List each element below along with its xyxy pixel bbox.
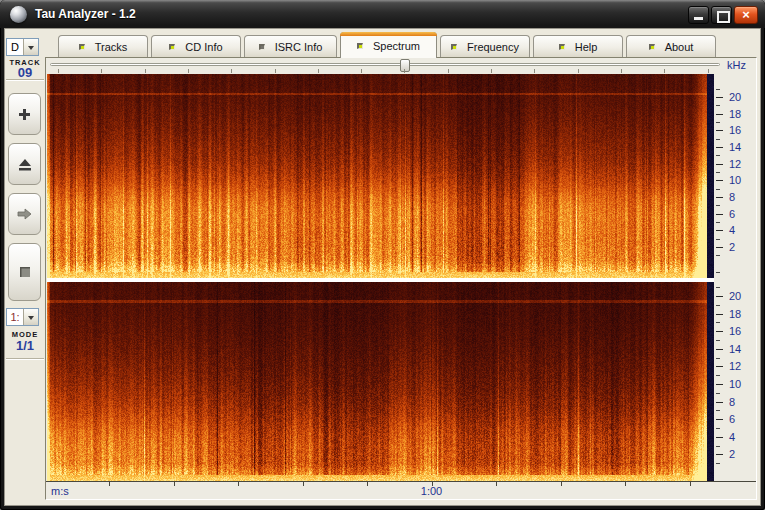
tab-led-icon (79, 44, 85, 50)
window-controls: × (688, 6, 758, 24)
eject-button[interactable] (8, 143, 41, 185)
spectrogram-top (47, 74, 714, 278)
tab-label: Frequency (467, 41, 519, 53)
tab-led-icon (559, 44, 565, 50)
tab-isrc-info[interactable]: ISRC Info (244, 35, 337, 57)
plus-icon (18, 108, 31, 121)
app-window: Tau Analyzer - 1.2 × Tracks CD Info ISRC… (0, 0, 765, 510)
tab-led-icon (357, 43, 363, 49)
tab-about[interactable]: About (626, 35, 716, 57)
eject-icon (18, 158, 32, 171)
tab-led-icon (451, 44, 457, 50)
tab-label: About (665, 41, 694, 53)
maximize-button[interactable] (711, 6, 732, 24)
sidebar-divider (6, 79, 44, 81)
tab-label: Tracks (95, 41, 128, 53)
track-number: 09 (5, 65, 45, 80)
drive-select[interactable]: D (6, 38, 39, 56)
stop-icon (20, 267, 30, 277)
tab-spectrum[interactable]: Spectrum (340, 32, 437, 58)
title-bar[interactable]: Tau Analyzer - 1.2 × (0, 0, 765, 28)
tab-bar: Tracks CD Info ISRC Info Spectrum Freque… (58, 34, 716, 57)
tab-led-icon (169, 44, 175, 50)
dropdown-arrow-icon[interactable] (23, 39, 38, 55)
close-button[interactable]: × (734, 6, 758, 24)
arrow-right-icon (17, 208, 32, 220)
tab-label: ISRC Info (275, 41, 323, 53)
drive-select-value: D (7, 41, 23, 53)
khz-axis-title: kHz (727, 59, 746, 71)
tab-frequency[interactable]: Frequency (440, 35, 530, 57)
time-tick-label: 1:00 (414, 485, 450, 497)
tab-label: CD Info (185, 41, 222, 53)
tab-cd-info[interactable]: CD Info (151, 35, 241, 57)
app-icon (10, 6, 27, 23)
spectrum-panel: kHz 2018161412108642 2018161412108642 m:… (45, 57, 757, 500)
window-title: Tau Analyzer - 1.2 (35, 7, 136, 21)
zoom-slider[interactable] (46, 58, 726, 74)
client-area: Tracks CD Info ISRC Info Spectrum Freque… (4, 28, 761, 506)
spectrogram-bottom (47, 282, 714, 481)
time-axis: m:s 1:00 (46, 481, 756, 499)
dropdown-arrow-icon[interactable] (23, 309, 38, 325)
time-unit-label: m:s (51, 485, 69, 497)
freq-axis-bottom: 2018161412108642 (714, 282, 756, 481)
next-button[interactable] (8, 193, 41, 235)
ratio-select-value: 1: (7, 311, 23, 323)
sidebar-divider (6, 358, 44, 360)
ratio-select[interactable]: 1: (6, 308, 39, 326)
freq-axis-top: 2018161412108642 (714, 74, 756, 278)
minimize-button[interactable] (688, 6, 709, 24)
tab-led-icon (259, 44, 265, 50)
mode-value: 1/1 (5, 338, 45, 353)
tab-led-icon (649, 44, 655, 50)
add-button[interactable] (8, 93, 41, 135)
tab-tracks[interactable]: Tracks (58, 35, 148, 57)
slider-track[interactable] (50, 63, 720, 66)
tab-label: Spectrum (373, 40, 420, 52)
stop-button[interactable] (8, 243, 41, 301)
tab-help[interactable]: Help (533, 35, 623, 57)
tab-label: Help (575, 41, 598, 53)
